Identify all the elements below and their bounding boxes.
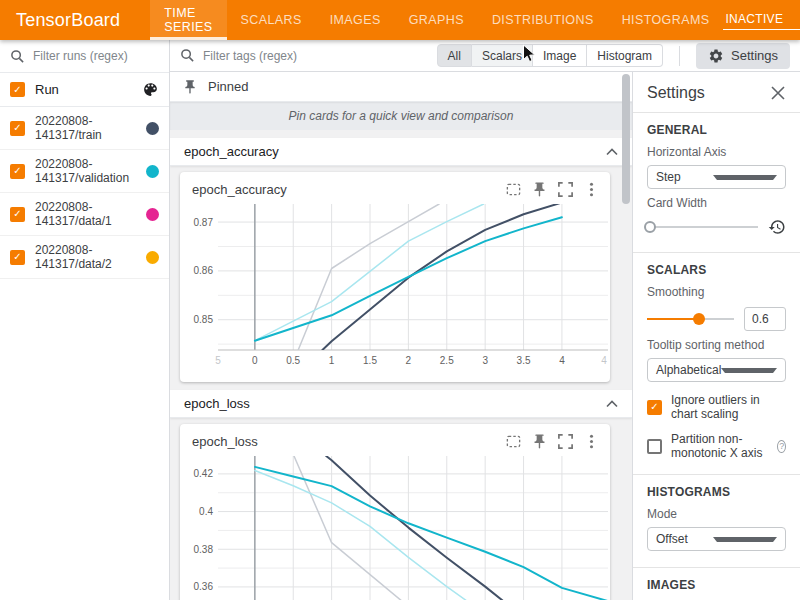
tensorboard-app: TensorBoard TIME SERIES SCALARS IMAGES G…	[0, 0, 800, 600]
section-title: epoch_loss	[184, 396, 606, 411]
fit-to-data-icon[interactable]	[505, 181, 522, 198]
chevron-up-icon	[606, 148, 618, 156]
slider-thumb[interactable]	[693, 313, 705, 325]
svg-text:4: 4	[559, 355, 565, 366]
tab-graphs[interactable]: GRAPHS	[395, 0, 478, 40]
run-row-data-1[interactable]: 20220808-141317/data/1	[0, 193, 169, 236]
smoothing-row	[647, 307, 786, 331]
chip-all[interactable]: All	[437, 44, 472, 67]
tags-toolbar: All Scalars Image Histogram Settings	[170, 40, 800, 72]
select-value: Step	[656, 170, 713, 184]
run-row-train[interactable]: 20220808-141317/train	[0, 107, 169, 150]
help-icon[interactable]	[777, 440, 786, 453]
horizontal-axis-select[interactable]: Step	[647, 165, 786, 189]
section-heading: GENERAL	[647, 123, 786, 137]
run-name-line1: 20220808-	[35, 243, 92, 257]
run-color-dot	[146, 251, 159, 264]
select-all-runs-checkbox[interactable]	[10, 82, 25, 97]
run-checkbox[interactable]	[10, 121, 25, 136]
tag-type-filter-group: All Scalars Image Histogram	[437, 44, 663, 67]
palette-icon[interactable]	[142, 81, 159, 98]
checkbox-label: Ignore outliers in chart scaling	[671, 393, 786, 421]
card-width-slider[interactable]	[647, 220, 758, 234]
run-name-line1: 20220808-	[35, 157, 92, 171]
partition-x-axis-checkbox[interactable]	[647, 439, 662, 454]
runs-sidebar: Run 20220808-141317/train 20220808-14131…	[0, 40, 170, 600]
svg-text:0.42: 0.42	[194, 468, 214, 479]
svg-text:0.86: 0.86	[194, 265, 214, 276]
run-name-line2: 141317/train	[35, 128, 102, 142]
run-name-line2: 141317/data/1	[35, 214, 112, 228]
card-title: epoch_loss	[192, 434, 505, 449]
svg-text:0.85: 0.85	[194, 314, 214, 325]
select-value: Alphabetical	[656, 363, 721, 377]
gear-icon	[708, 48, 724, 64]
smoothing-value-input[interactable]	[744, 307, 786, 331]
scalar-card-epoch-accuracy: epoch_accuracy 0.850.860.8700.511.522.53…	[180, 172, 610, 382]
smoothing-slider[interactable]	[647, 312, 734, 326]
pin-icon[interactable]	[531, 181, 548, 198]
svg-text:2: 2	[406, 355, 412, 366]
settings-button-label: Settings	[731, 48, 778, 63]
slider-thumb[interactable]	[644, 221, 656, 233]
histogram-mode-select[interactable]: Offset	[647, 527, 786, 551]
runs-column-label: Run	[35, 82, 132, 97]
tab-time-series[interactable]: TIME SERIES	[150, 0, 226, 40]
run-checkbox[interactable]	[10, 250, 25, 265]
run-color-dot	[146, 165, 159, 178]
reload-status-select[interactable]: INACTIVE	[723, 10, 800, 30]
section-header-epoch-accuracy[interactable]: epoch_accuracy	[170, 138, 632, 166]
svg-text:0.36: 0.36	[194, 581, 214, 592]
chevron-down-icon	[721, 368, 777, 373]
tooltip-sorting-label: Tooltip sorting method	[647, 338, 786, 352]
mode-label: Mode	[647, 507, 786, 521]
runs-filter-input[interactable]	[33, 49, 159, 63]
pin-icon	[182, 79, 198, 95]
tab-images[interactable]: IMAGES	[316, 0, 395, 40]
checkbox-label: Partition non-monotonic X axis	[671, 432, 768, 460]
svg-text:5: 5	[215, 355, 221, 366]
run-checkbox[interactable]	[10, 164, 25, 179]
chevron-down-icon	[713, 175, 778, 180]
tooltip-sorting-select[interactable]: Alphabetical	[647, 358, 786, 382]
run-name-line2: 141317/validation	[35, 171, 129, 185]
partition-x-axis-row: Partition non-monotonic X axis	[647, 432, 786, 460]
more-options-icon[interactable]	[583, 433, 600, 450]
chip-scalars[interactable]: Scalars	[472, 44, 533, 67]
search-icon	[10, 49, 25, 64]
settings-section-general: GENERAL Horizontal Axis Step Card Width	[633, 112, 800, 252]
close-icon[interactable]	[770, 85, 786, 101]
section-title: epoch_accuracy	[184, 144, 606, 159]
tab-scalars[interactable]: SCALARS	[227, 0, 316, 40]
fit-to-data-icon[interactable]	[505, 433, 522, 450]
run-row-validation[interactable]: 20220808-141317/validation	[0, 150, 169, 193]
fullscreen-icon[interactable]	[557, 433, 574, 450]
main-nav-tabs: TIME SERIES SCALARS IMAGES GRAPHS DISTRI…	[150, 0, 723, 40]
svg-text:0.38: 0.38	[194, 544, 214, 555]
pinned-label: Pinned	[208, 79, 248, 94]
section-header-epoch-loss[interactable]: epoch_loss	[170, 390, 632, 418]
reset-icon[interactable]	[768, 218, 786, 236]
epoch-accuracy-line-chart[interactable]: 0.850.860.8700.511.522.533.5454	[180, 202, 610, 370]
card-title: epoch_accuracy	[192, 182, 505, 197]
more-options-icon[interactable]	[583, 181, 600, 198]
run-checkbox[interactable]	[10, 207, 25, 222]
svg-text:0.4: 0.4	[199, 506, 213, 517]
epoch-loss-line-chart[interactable]: 0.360.380.40.4200.511.522.533.54	[180, 454, 610, 600]
settings-button[interactable]: Settings	[696, 43, 790, 69]
tab-distributions[interactable]: DISTRIBUTIONS	[478, 0, 608, 40]
chip-histogram[interactable]: Histogram	[587, 44, 663, 67]
status-value: INACTIVE	[725, 12, 783, 26]
vertical-scrollbar[interactable]	[622, 74, 630, 204]
app-logo: TensorBoard	[0, 0, 150, 40]
run-row-data-2[interactable]: 20220808-141317/data/2	[0, 236, 169, 279]
ignore-outliers-checkbox[interactable]	[647, 400, 662, 415]
fullscreen-icon[interactable]	[557, 181, 574, 198]
pin-icon[interactable]	[531, 433, 548, 450]
tab-histograms[interactable]: HISTOGRAMS	[608, 0, 724, 40]
pinned-empty-banner: Pin cards for a quick view and compariso…	[170, 102, 632, 130]
tags-filter-input[interactable]	[203, 49, 429, 63]
card-toolbar	[505, 181, 600, 198]
chip-image[interactable]: Image	[533, 44, 587, 67]
card-width-row	[647, 218, 786, 236]
